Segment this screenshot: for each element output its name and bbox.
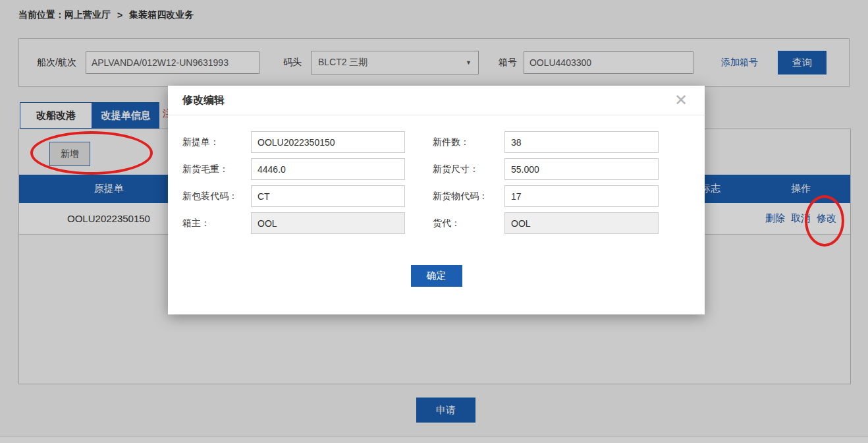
new-pieces-label: 新件数： <box>433 136 504 148</box>
modal-form-row: 新包装代码： 新货物代码： <box>182 185 690 207</box>
container-owner-input <box>251 212 405 234</box>
edit-modal: 修改编辑 ✕ 新提单： 新件数： 新货毛重： 新货尺寸： 新包装代码： 新货物代… <box>168 86 705 314</box>
new-bl-input[interactable] <box>251 131 405 153</box>
modal-title: 修改编辑 <box>182 94 225 107</box>
modal-body: 新提单： 新件数： 新货毛重： 新货尺寸： 新包装代码： 新货物代码： 箱主： … <box>168 115 705 287</box>
new-bl-label: 新提单： <box>182 136 251 148</box>
new-package-code-label: 新包装代码： <box>182 191 251 202</box>
modal-form-row: 新提单： 新件数： <box>182 131 690 153</box>
new-measurement-label: 新货尺寸： <box>433 163 504 175</box>
forwarder-input <box>504 212 659 234</box>
new-package-code-input[interactable] <box>251 185 405 207</box>
modal-form-row: 新货毛重： 新货尺寸： <box>182 158 690 180</box>
new-gross-weight-input[interactable] <box>251 158 405 180</box>
forwarder-label: 货代： <box>433 218 504 229</box>
close-icon[interactable]: ✕ <box>674 91 688 110</box>
new-gross-weight-label: 新货毛重： <box>182 163 251 175</box>
new-measurement-input[interactable] <box>504 158 659 180</box>
modal-form-row: 箱主： 货代： <box>182 212 690 234</box>
new-cargo-code-label: 新货物代码： <box>433 191 504 202</box>
confirm-button[interactable]: 确定 <box>411 265 462 287</box>
new-pieces-input[interactable] <box>504 131 659 153</box>
container-owner-label: 箱主： <box>182 218 251 229</box>
modal-header: 修改编辑 <box>168 86 705 115</box>
new-cargo-code-input[interactable] <box>504 185 659 207</box>
